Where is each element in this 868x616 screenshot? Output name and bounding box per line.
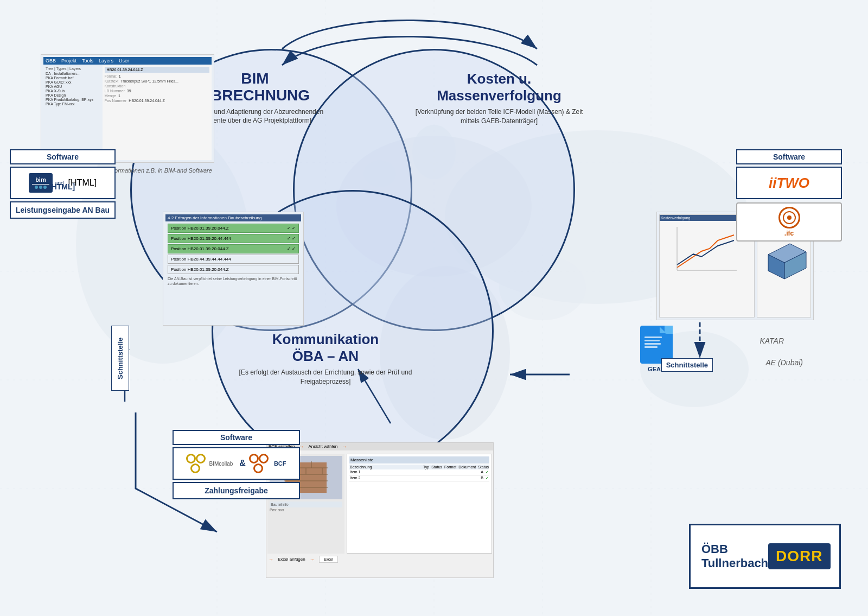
screenshot-bcf: BCF erstellen→ Ansicht wählen→ (266, 442, 494, 578)
dorr-logo: DORR (768, 543, 830, 569)
kommunikation-label: Kommunikation ÖBA – AN [Es erfolgt der A… (228, 331, 423, 386)
bimcollab-bcf-area: BIMcollab & BCF (173, 447, 300, 480)
ifc-logo: .ifc (778, 207, 800, 237)
leistungseingabe-label: Leistungseingabe AN Bau (10, 201, 116, 219)
right-software-box: Software iiTWO .ifc (736, 149, 842, 242)
katar-label: KATAR (760, 336, 784, 345)
bottom-software-label: Software (173, 430, 300, 445)
bimcollab-text: BIMcollab (209, 461, 233, 467)
zahlungsfreigabe-label: Zahlungsfreigabe (173, 482, 300, 499)
svg-rect-40 (644, 346, 658, 348)
schnittstelle-left-label: Schnittstelle (111, 326, 129, 391)
ae-dubai-label: AE (Dubai) (766, 358, 803, 367)
schnittstelle-right-label: Schnittstelle (661, 358, 713, 372)
screenshot-obb-software: ÖBBProjektToolsLayersUser Tree | Types |… (41, 54, 214, 163)
kosten-label: Kosten u. Massenverfolgung [Verknüpfung … (412, 71, 586, 126)
itwo-logo: iiTWO (769, 175, 809, 192)
svg-rect-38 (644, 340, 660, 341)
svg-rect-39 (644, 343, 661, 345)
company-name: ÖBB Tullnerbach (701, 542, 768, 570)
company-box: ÖBB Tullnerbach DORR (689, 524, 841, 589)
and-symbol: & (239, 459, 246, 468)
left-software-label: Software (10, 149, 116, 164)
ifc-box: .ifc (736, 202, 842, 242)
screenshot-bim-steps: 4.2 Erfragen der Informationen Baubeschr… (163, 212, 304, 326)
svg-rect-37 (644, 336, 662, 338)
right-software-label: Software (736, 149, 842, 164)
bottom-software-box: Software BIMcollab & BCF Zahlungsfreiga (173, 430, 300, 499)
content-wrapper: BIM ABRECHNUNG [Eingabe und Adaptierung … (0, 0, 868, 616)
itwo-logo-area: iiTWO (736, 167, 842, 199)
html-text: [HTML] (49, 182, 75, 191)
bcf-logo: BCF (249, 454, 286, 473)
bimcollab-icon (186, 454, 206, 473)
